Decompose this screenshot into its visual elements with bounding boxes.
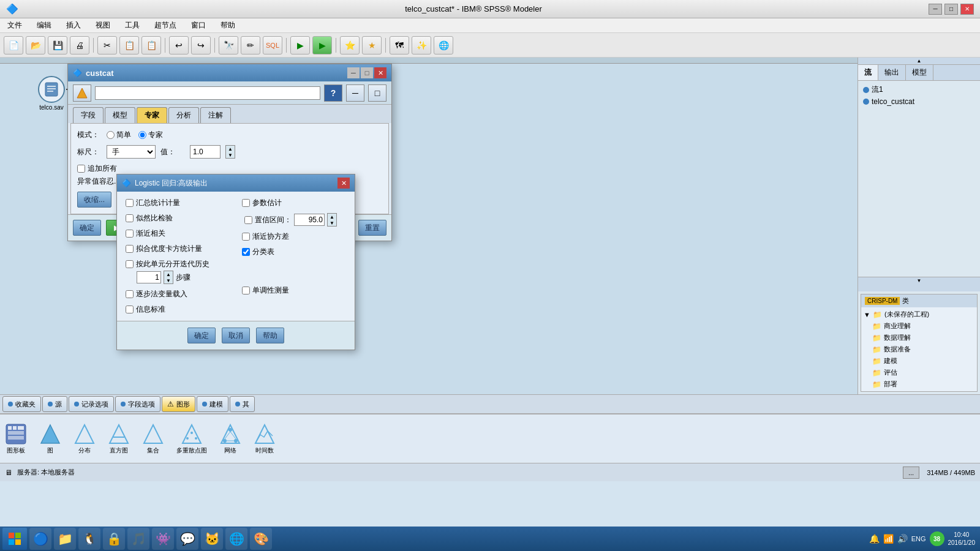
conf-spinner[interactable]: ▲ ▼: [327, 213, 337, 227]
tb-undo[interactable]: ↩: [169, 36, 189, 54]
logistic-cancel-btn[interactable]: 取消: [222, 328, 250, 343]
crisp-item-biz[interactable]: 📁 商业理解: [872, 320, 974, 332]
menu-insert[interactable]: 插入: [64, 19, 83, 32]
custcat-max-btn[interactable]: □: [361, 67, 373, 78]
menu-supernode[interactable]: 超节点: [152, 19, 179, 32]
tab-source[interactable]: 源: [42, 396, 67, 412]
tb-new[interactable]: 📄: [4, 36, 23, 54]
tab-expert[interactable]: 专家: [137, 107, 167, 123]
custcat-close-btn[interactable]: ─: [347, 67, 360, 78]
palette-timeseries[interactable]: 时间数: [254, 423, 276, 455]
tb-cut[interactable]: ✂: [97, 36, 117, 54]
tb-sparkle[interactable]: ✨: [412, 36, 431, 54]
tab-model[interactable]: 模型: [105, 107, 135, 123]
cb-iter[interactable]: [126, 260, 134, 268]
taskbar-app5[interactable]: 👾: [152, 528, 174, 550]
palette-histogram[interactable]: 直方图: [108, 423, 130, 455]
taskbar-paint[interactable]: 🎨: [250, 528, 272, 550]
iter-spinner[interactable]: ▲ ▼: [164, 271, 173, 284]
taskbar-vpn[interactable]: 🔒: [103, 528, 125, 550]
collapse-btn[interactable]: 收缩...: [77, 192, 111, 208]
tb-map[interactable]: 🗺: [390, 36, 409, 54]
tab-note[interactable]: 注解: [200, 107, 231, 123]
cb-info[interactable]: [126, 305, 134, 313]
cb-stepwise[interactable]: [126, 290, 134, 298]
tab-charts[interactable]: ⚠ 图形: [162, 396, 195, 412]
canvas-area[interactable]: telco.sav Type: [0, 58, 858, 394]
add-fields-check[interactable]: [77, 165, 85, 173]
iter-up[interactable]: ▲: [164, 271, 173, 277]
taskbar-qq[interactable]: 🐧: [78, 528, 100, 550]
crisp-item-eval[interactable]: 📁 评估: [872, 367, 974, 378]
custcat-min-btn[interactable]: ─: [346, 84, 364, 102]
taskbar-chrome[interactable]: 🔵: [29, 528, 51, 550]
flow-item-2[interactable]: telco_custcat: [861, 96, 978, 107]
tb-open[interactable]: 📂: [26, 36, 45, 54]
conf-down[interactable]: ▼: [328, 220, 336, 226]
status-more-btn[interactable]: ...: [903, 467, 919, 479]
cb-asymp-corr[interactable]: [126, 230, 134, 238]
tb-paste[interactable]: 📋: [141, 36, 161, 54]
tb-star1[interactable]: ⭐: [340, 36, 360, 54]
custcat-ok-btn[interactable]: 确定: [73, 220, 101, 236]
custcat-model-icon-btn[interactable]: [73, 84, 91, 102]
tab-other[interactable]: 其: [230, 396, 255, 412]
custcat-reset-btn[interactable]: 重置: [358, 220, 386, 236]
cb-monotone[interactable]: [242, 287, 250, 294]
logistic-close-btn[interactable]: ✕: [337, 178, 350, 189]
tb-db[interactable]: SQL: [263, 36, 282, 54]
crisp-item-data-prep[interactable]: 📁 数据准备: [872, 343, 974, 355]
tb-edit[interactable]: ✏: [241, 36, 260, 54]
mode-expert-label[interactable]: 专家: [138, 130, 163, 140]
tab-modeling[interactable]: 建模: [197, 396, 228, 412]
dialog-logistic[interactable]: 🔷 Logistic 回归:高级输出 ✕ 汇总统计计量: [116, 174, 355, 350]
right-scroll-top[interactable]: ▲: [858, 58, 980, 65]
iter-step-input[interactable]: [137, 271, 161, 283]
menu-edit[interactable]: 编辑: [34, 19, 54, 32]
tb-star2[interactable]: ★: [362, 36, 382, 54]
taskbar-badge[interactable]: 38: [930, 531, 944, 546]
crisp-item-deploy[interactable]: 📁 部署: [872, 378, 974, 390]
tb-copy[interactable]: 📋: [119, 36, 139, 54]
scale-spinner[interactable]: ▲ ▼: [225, 145, 235, 159]
tb-save[interactable]: 💾: [48, 36, 67, 54]
tb-redo[interactable]: ↪: [191, 36, 211, 54]
palette-chart[interactable]: 图: [39, 423, 61, 455]
tab-fields[interactable]: 字段选项: [115, 396, 160, 412]
scale-select[interactable]: 手: [107, 145, 156, 159]
cb-classification[interactable]: [242, 248, 250, 256]
cb-asymp-cov[interactable]: [242, 233, 250, 241]
tab-analysis[interactable]: 分析: [168, 107, 199, 123]
custcat-help-btn[interactable]: ?: [324, 84, 342, 102]
minimize-btn[interactable]: ─: [929, 4, 942, 15]
taskbar-baidu[interactable]: 🎵: [127, 528, 149, 550]
tab-records[interactable]: 记录选项: [69, 396, 114, 412]
mode-simple-radio[interactable]: [107, 131, 115, 139]
node-telco-sav[interactable]: telco.sav: [38, 76, 65, 111]
scale-value-input[interactable]: [190, 145, 221, 159]
menu-window[interactable]: 窗口: [189, 19, 208, 32]
custcat-close-x-btn[interactable]: ✕: [374, 67, 386, 78]
palette-dist[interactable]: 分布: [74, 423, 96, 455]
menu-view[interactable]: 视图: [93, 19, 113, 32]
right-tab-model[interactable]: 模型: [906, 65, 933, 80]
logistic-ok-btn[interactable]: 确定: [187, 328, 216, 343]
taskbar-spss[interactable]: 🌐: [225, 528, 247, 550]
crisp-item-model[interactable]: 📁 建模: [872, 355, 974, 367]
right-scroll-bottom[interactable]: ▼: [858, 277, 980, 284]
palette-scatter[interactable]: 多重散点图: [176, 423, 207, 455]
confidence-value-input[interactable]: [294, 214, 325, 226]
start-btn[interactable]: [2, 528, 27, 550]
crisp-root[interactable]: ▼ 📁 (未保存的工程): [864, 309, 974, 320]
taskbar-app6[interactable]: 🐱: [201, 528, 223, 550]
tb-run[interactable]: ▶: [290, 36, 310, 54]
tb-run2[interactable]: ▶: [312, 36, 332, 54]
palette-network[interactable]: 网络: [219, 423, 241, 455]
custcat-expand-btn[interactable]: □: [368, 84, 386, 102]
cb-likelihood[interactable]: [126, 214, 134, 222]
cb-confidence[interactable]: [244, 216, 252, 224]
menu-help[interactable]: 帮助: [218, 19, 238, 32]
close-btn[interactable]: ✕: [960, 4, 974, 15]
palette-chart-board[interactable]: 图形板: [5, 423, 27, 455]
iter-down[interactable]: ▼: [164, 277, 173, 283]
